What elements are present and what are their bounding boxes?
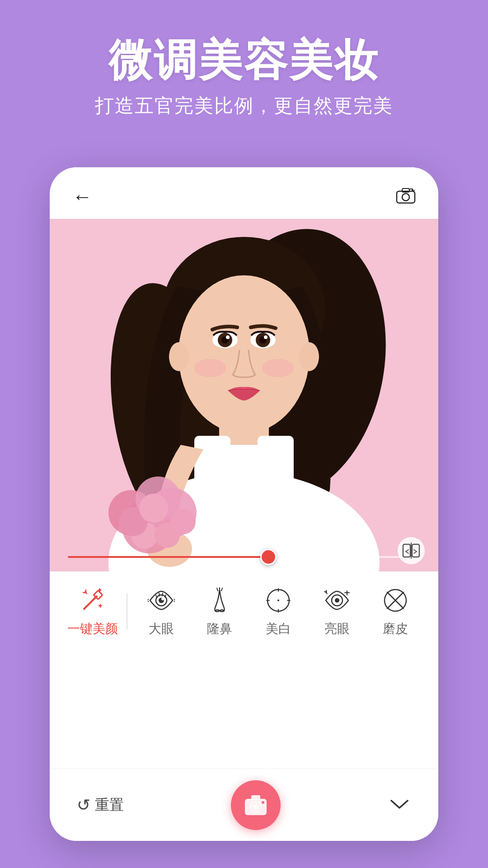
tool-longbi-label: 隆鼻: [207, 620, 232, 637]
wand-icon: ✦: [78, 586, 107, 615]
tool-yijian[interactable]: ✦ 一键美颜: [63, 586, 122, 637]
tool-dayan-label: 大眼: [149, 620, 174, 637]
svg-point-63: [335, 598, 339, 603]
chevron-down-icon: [388, 796, 411, 812]
tools-bar: ✦ 一键美颜: [50, 571, 438, 645]
tool-mopi-label: 磨皮: [383, 620, 408, 637]
svg-point-34: [139, 494, 168, 523]
svg-point-76: [262, 801, 264, 804]
skin-smooth-icon: [381, 586, 410, 615]
svg-point-1: [402, 193, 409, 201]
sub-title: 打造五官完美比例，更自然更完美: [0, 93, 488, 118]
svg-line-54: [162, 593, 163, 596]
photo-area: [50, 219, 438, 571]
svg-point-10: [299, 342, 319, 371]
svg-point-57: [277, 599, 279, 601]
svg-rect-24: [258, 436, 294, 526]
reset-label: 重置: [95, 795, 124, 815]
reset-icon: ↺: [77, 796, 90, 815]
svg-point-20: [262, 359, 294, 377]
phone-topbar: ←: [50, 167, 438, 219]
header-section: 微调美容美妆 打造五官完美比例，更自然更完美: [0, 36, 488, 118]
eye-large-icon: [147, 586, 176, 615]
phone-mockup: ←: [50, 167, 438, 841]
tool-liangyan-label: 亮眼: [324, 620, 350, 637]
svg-line-41: [84, 596, 97, 609]
svg-rect-75: [251, 795, 260, 800]
bottom-action-bar: ↺ 重置: [50, 769, 438, 841]
tool-meibai-label: 美白: [266, 620, 291, 637]
capture-button[interactable]: [231, 780, 281, 830]
svg-point-14: [226, 335, 230, 339]
tool-mopi[interactable]: 磨皮: [366, 586, 425, 637]
slider-fill: [68, 556, 268, 558]
svg-point-7: [178, 275, 310, 434]
more-button[interactable]: [388, 796, 411, 814]
tool-meibai[interactable]: 美白: [249, 586, 308, 637]
svg-text:✦: ✦: [97, 587, 103, 594]
tool-liangyan[interactable]: 亮眼: [308, 586, 366, 637]
back-button[interactable]: ←: [72, 185, 92, 208]
svg-point-9: [169, 342, 189, 371]
reset-button[interactable]: ↺ 重置: [77, 795, 124, 815]
svg-point-19: [194, 359, 226, 377]
svg-point-18: [264, 335, 267, 339]
camera-switch-button[interactable]: [396, 188, 416, 206]
slider-thumb[interactable]: [260, 549, 277, 565]
svg-point-51: [161, 598, 164, 600]
nose-icon: [205, 586, 234, 615]
comparison-slider[interactable]: [68, 556, 402, 558]
main-title: 微调美容美妆: [0, 36, 488, 84]
svg-point-74: [253, 804, 259, 810]
tool-longbi[interactable]: 隆鼻: [190, 586, 249, 637]
tool-divider: [127, 594, 127, 630]
svg-line-52: [156, 595, 157, 598]
compare-button[interactable]: [398, 537, 425, 564]
tool-yijian-label: 一键美颜: [67, 620, 118, 637]
tool-dayan[interactable]: 大眼: [132, 586, 191, 637]
whitening-icon: [264, 586, 293, 615]
bright-eye-icon: [323, 586, 352, 615]
capture-camera-icon: [243, 793, 268, 817]
svg-point-33: [170, 509, 196, 534]
svg-line-53: [159, 593, 160, 596]
portrait-image: [50, 219, 438, 571]
